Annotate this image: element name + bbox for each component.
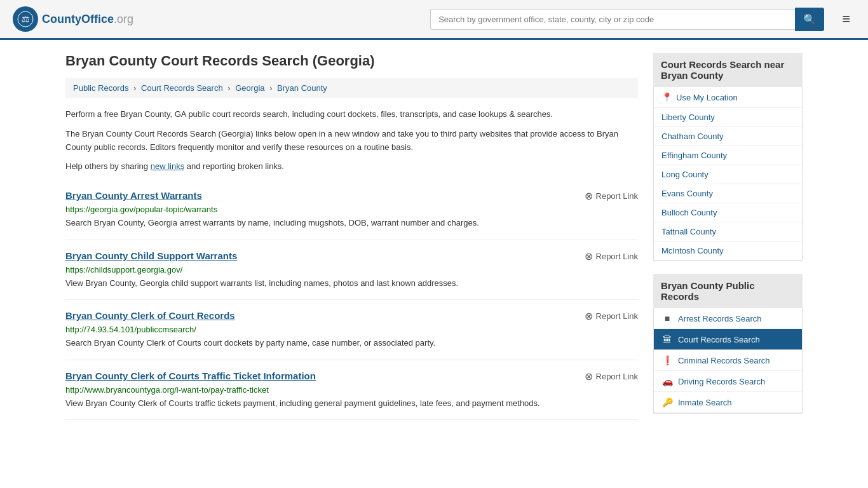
nearby-county-link[interactable]: Liberty County bbox=[654, 108, 802, 127]
main-container: Bryan County Court Records Search (Georg… bbox=[53, 40, 815, 439]
result-title[interactable]: Bryan County Clerk of Court Records bbox=[65, 310, 235, 321]
result-title[interactable]: Bryan County Arrest Warrants bbox=[65, 190, 202, 201]
sidebar-item-arrest-records-search[interactable]: ■ Arrest Records Search bbox=[654, 308, 802, 329]
public-records-section: Bryan County Public Records ■ Arrest Rec… bbox=[653, 274, 803, 414]
result-url: https://georgia.gov/popular-topic/warran… bbox=[65, 205, 638, 214]
description-2: The Bryan County Court Records Search (G… bbox=[65, 128, 638, 154]
result-title[interactable]: Bryan County Child Support Warrants bbox=[65, 250, 237, 261]
report-link[interactable]: ⊗ Report Link bbox=[585, 370, 638, 383]
report-link[interactable]: ⊗ Report Link bbox=[585, 250, 638, 262]
logo-text: CountyOffice.org bbox=[42, 13, 133, 26]
logo-icon: ⚖ bbox=[13, 6, 38, 32]
menu-button[interactable]: ≡ bbox=[837, 8, 855, 30]
sidebar-item-court-records-search[interactable]: 🏛 Court Records Search bbox=[654, 329, 802, 350]
search-input[interactable] bbox=[430, 9, 795, 30]
sidebar-item-label: Driving Records Search bbox=[678, 377, 765, 386]
nearby-county-link[interactable]: Chatham County bbox=[654, 127, 802, 146]
description-1: Perform a free Bryan County, GA public c… bbox=[65, 108, 638, 121]
result-desc: View Bryan County, Georgia child support… bbox=[65, 277, 638, 290]
result-entry: Bryan County Child Support Warrants ⊗ Re… bbox=[65, 240, 638, 301]
results-container: Bryan County Arrest Warrants ⊗ Report Li… bbox=[65, 180, 638, 420]
report-icon: ⊗ bbox=[585, 190, 593, 202]
result-url: http://www.bryancountyga.org/i-want-to/p… bbox=[65, 385, 638, 395]
use-location[interactable]: 📍 Use My Location bbox=[654, 87, 802, 108]
nearby-county-link[interactable]: Tattnall County bbox=[654, 222, 802, 241]
result-header: Bryan County Clerk of Courts Traffic Tic… bbox=[65, 370, 638, 383]
report-icon: ⊗ bbox=[585, 310, 593, 322]
sidebar: Court Records Search near Bryan County 📍… bbox=[653, 53, 803, 426]
result-entry: Bryan County Arrest Warrants ⊗ Report Li… bbox=[65, 180, 638, 240]
sidebar-item-label: Court Records Search bbox=[678, 335, 760, 344]
result-header: Bryan County Clerk of Court Records ⊗ Re… bbox=[65, 310, 638, 322]
sidebar-icon: ■ bbox=[661, 313, 673, 323]
public-records-header: Bryan County Public Records bbox=[653, 274, 803, 308]
breadcrumb-court-records-search[interactable]: Court Records Search bbox=[141, 83, 223, 93]
nearby-list: 📍 Use My Location Liberty CountyChatham … bbox=[653, 87, 803, 261]
result-desc: Search Bryan County, Georgia arrest warr… bbox=[65, 217, 638, 229]
nearby-county-link[interactable]: Long County bbox=[654, 165, 802, 184]
sidebar-item-inmate-search[interactable]: 🔑 Inmate Search bbox=[654, 392, 802, 413]
site-header: ⚖ CountyOffice.org 🔍 ≡ bbox=[0, 0, 868, 40]
report-link[interactable]: ⊗ Report Link bbox=[585, 190, 638, 202]
sidebar-item-label: Criminal Records Search bbox=[678, 356, 770, 365]
breadcrumb-bryan-county[interactable]: Bryan County bbox=[277, 83, 327, 93]
search-button[interactable]: 🔍 bbox=[795, 8, 824, 31]
sidebar-icon: 🚗 bbox=[661, 376, 673, 386]
sidebar-item-driving-records-search[interactable]: 🚗 Driving Records Search bbox=[654, 371, 802, 392]
search-area: 🔍 bbox=[430, 8, 824, 31]
result-desc: View Bryan County Clerk of Courts traffi… bbox=[65, 397, 638, 410]
report-icon: ⊗ bbox=[585, 250, 593, 262]
result-url: http://74.93.54.101/publiccmsearch/ bbox=[65, 325, 638, 334]
result-entry: Bryan County Clerk of Courts Traffic Tic… bbox=[65, 360, 638, 421]
nearby-county-link[interactable]: McIntosh County bbox=[654, 241, 802, 261]
sidebar-icon: 🏛 bbox=[661, 334, 673, 344]
sidebar-item-criminal-records-search[interactable]: ❗ Criminal Records Search bbox=[654, 350, 802, 371]
site-logo[interactable]: ⚖ CountyOffice.org bbox=[13, 6, 133, 32]
nearby-counties: Liberty CountyChatham CountyEffingham Co… bbox=[654, 108, 802, 261]
result-entry: Bryan County Clerk of Court Records ⊗ Re… bbox=[65, 300, 638, 360]
result-desc: Search Bryan County Clerk of Courts cour… bbox=[65, 337, 638, 349]
report-link[interactable]: ⊗ Report Link bbox=[585, 310, 638, 322]
breadcrumb: Public Records › Court Records Search › … bbox=[65, 78, 638, 98]
result-header: Bryan County Arrest Warrants ⊗ Report Li… bbox=[65, 190, 638, 202]
nearby-section: Court Records Search near Bryan County 📍… bbox=[653, 53, 803, 261]
report-label: Report Link bbox=[596, 252, 638, 261]
svg-text:⚖: ⚖ bbox=[22, 15, 30, 24]
content-area: Bryan County Court Records Search (Georg… bbox=[65, 53, 638, 426]
description-3: Help others by sharing new links and rep… bbox=[65, 160, 638, 173]
nearby-county-link[interactable]: Evans County bbox=[654, 184, 802, 203]
nearby-county-link[interactable]: Effingham County bbox=[654, 146, 802, 165]
breadcrumb-public-records[interactable]: Public Records bbox=[73, 83, 128, 93]
public-records-list: ■ Arrest Records Search 🏛 Court Records … bbox=[653, 308, 803, 414]
new-links-link[interactable]: new links bbox=[151, 161, 184, 171]
result-title[interactable]: Bryan County Clerk of Courts Traffic Tic… bbox=[65, 370, 316, 381]
report-label: Report Link bbox=[596, 372, 638, 381]
pin-icon: 📍 bbox=[661, 92, 672, 102]
report-label: Report Link bbox=[596, 311, 638, 321]
sidebar-icon: 🔑 bbox=[661, 397, 673, 407]
nearby-county-link[interactable]: Bulloch County bbox=[654, 203, 802, 222]
result-header: Bryan County Child Support Warrants ⊗ Re… bbox=[65, 250, 638, 262]
report-icon: ⊗ bbox=[585, 370, 593, 383]
result-url: https://childsupport.georgia.gov/ bbox=[65, 265, 638, 274]
breadcrumb-georgia[interactable]: Georgia bbox=[235, 83, 264, 93]
sidebar-item-label: Inmate Search bbox=[678, 398, 732, 407]
page-title: Bryan County Court Records Search (Georg… bbox=[65, 53, 638, 69]
sidebar-icon: ❗ bbox=[661, 355, 673, 365]
sidebar-item-label: Arrest Records Search bbox=[678, 314, 762, 323]
nearby-header: Court Records Search near Bryan County bbox=[653, 53, 803, 87]
report-label: Report Link bbox=[596, 191, 638, 201]
